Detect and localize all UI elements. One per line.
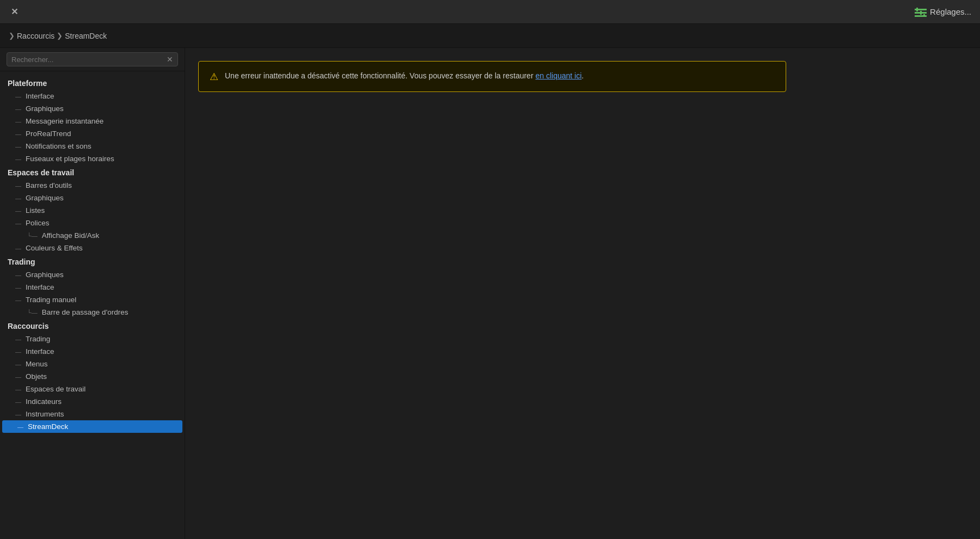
settings-button[interactable]: Réglages... (915, 7, 971, 17)
nav-item-trading-graphiques[interactable]: Graphiques (0, 268, 185, 281)
nav-item-espaces-polices[interactable]: Polices (0, 217, 185, 229)
nav-item-espaces-affichage[interactable]: Affichage Bid/Ask (0, 229, 185, 242)
content-area: ⚠ Une erreur inattendue a désactivé cett… (185, 48, 980, 539)
svg-rect-3 (916, 8, 918, 11)
nav-item-raccourcis-instruments[interactable]: Instruments (0, 408, 185, 420)
title-bar: ✕ Réglages... (0, 0, 980, 24)
error-message: Une erreur inattendue a désactivé cette … (225, 70, 584, 82)
breadcrumb-chevron-2: ❯ (57, 32, 63, 40)
nav-item-raccourcis-indicateurs[interactable]: Indicateurs (0, 395, 185, 408)
breadcrumb-bar: ❯ Raccourcis ❯ StreamDeck (0, 24, 980, 48)
nav-group-plateforme[interactable]: Plateforme (0, 76, 185, 90)
nav-item-plateforme-notifications[interactable]: Notifications et sons (0, 140, 185, 152)
nav-item-plateforme-interface[interactable]: Interface (0, 90, 185, 102)
nav-item-plateforme-fuseaux[interactable]: Fuseaux et plages horaires (0, 152, 185, 165)
error-link[interactable]: en cliquant ici (535, 71, 581, 80)
search-clear-button[interactable]: ✕ (167, 55, 173, 64)
nav-item-raccourcis-interface[interactable]: Interface (0, 345, 185, 358)
error-banner: ⚠ Une erreur inattendue a désactivé cett… (198, 61, 786, 92)
nav-item-trading-barre[interactable]: Barre de passage d'ordres (0, 306, 185, 318)
breadcrumb-streamdeck[interactable]: StreamDeck (65, 32, 107, 40)
nav-item-plateforme-messagerie[interactable]: Messagerie instantanée (0, 115, 185, 127)
search-container: ✕ (0, 48, 185, 71)
nav-item-raccourcis-espaces[interactable]: Espaces de travail (0, 383, 185, 395)
nav-item-espaces-couleurs[interactable]: Couleurs & Effets (0, 242, 185, 254)
nav-item-trading-manuel[interactable]: Trading manuel (0, 293, 185, 306)
nav-tree: Plateforme Interface Graphiques Messager… (0, 71, 185, 539)
nav-item-espaces-listes[interactable]: Listes (0, 204, 185, 217)
svg-rect-5 (923, 14, 925, 17)
search-wrapper: ✕ (7, 52, 178, 66)
breadcrumb-chevron-1: ❯ (9, 32, 15, 40)
close-button[interactable]: ✕ (9, 7, 20, 17)
svg-rect-4 (920, 11, 922, 15)
nav-item-raccourcis-trading[interactable]: Trading (0, 333, 185, 345)
nav-item-trading-interface[interactable]: Interface (0, 281, 185, 293)
nav-item-plateforme-prorealtrend[interactable]: ProRealTrend (0, 127, 185, 140)
nav-item-raccourcis-objets[interactable]: Objets (0, 370, 185, 383)
sidebar: ✕ Plateforme Interface Graphiques Messag… (0, 48, 185, 539)
main-layout: ✕ Plateforme Interface Graphiques Messag… (0, 48, 980, 539)
nav-item-plateforme-graphiques[interactable]: Graphiques (0, 102, 185, 115)
nav-item-espaces-barres[interactable]: Barres d'outils (0, 179, 185, 192)
nav-group-trading[interactable]: Trading (0, 254, 185, 268)
settings-label: Réglages... (930, 7, 971, 16)
nav-group-espaces[interactable]: Espaces de travail (0, 165, 185, 179)
settings-icon (915, 7, 927, 17)
search-input[interactable] (11, 56, 163, 64)
nav-item-raccourcis-menus[interactable]: Menus (0, 358, 185, 370)
nav-item-espaces-graphiques[interactable]: Graphiques (0, 192, 185, 204)
warning-icon: ⚠ (210, 71, 218, 83)
breadcrumb-raccourcis[interactable]: Raccourcis (17, 32, 54, 40)
nav-item-raccourcis-streamdeck[interactable]: StreamDeck (2, 420, 182, 433)
nav-group-raccourcis[interactable]: Raccourcis (0, 318, 185, 333)
